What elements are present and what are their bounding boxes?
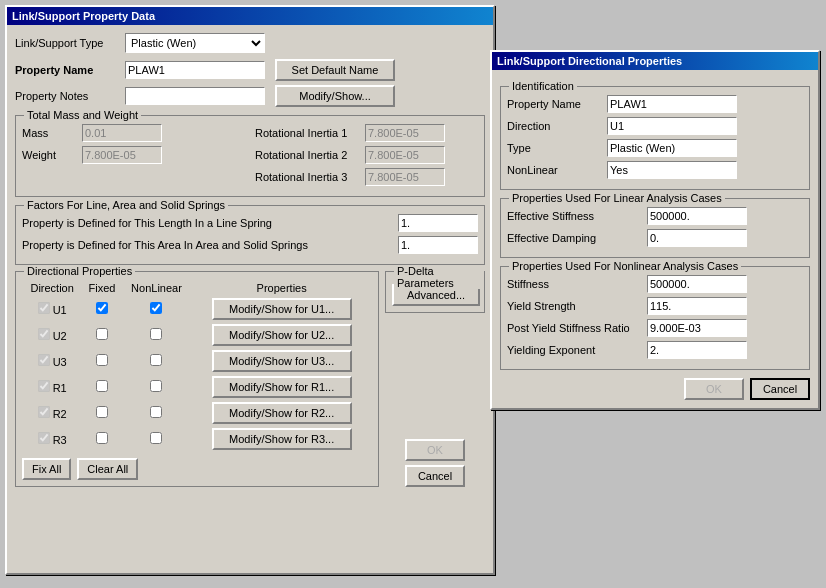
- props-cell: Modify/Show for U1...: [191, 296, 372, 322]
- modify-show-btn-u2[interactable]: Modify/Show for U2...: [212, 324, 352, 346]
- col-properties: Properties: [191, 280, 372, 296]
- dir-title: Link/Support Directional Properties: [497, 55, 682, 67]
- dir-label-r3: R3: [50, 434, 67, 446]
- dir-cell: U3: [22, 348, 82, 374]
- link-type-select[interactable]: Plastic (Wen): [125, 33, 265, 53]
- pdelta-group: P-Delta Parameters Advanced...: [385, 271, 485, 313]
- area-factor-label: Property is Defined for This Area In Are…: [22, 239, 398, 251]
- nonlinear-cell: [122, 322, 192, 348]
- fixed-checkbox-u3[interactable]: [96, 354, 108, 366]
- dir-properties-window: Link/Support Directional Properties Iden…: [490, 50, 820, 410]
- link-type-label: Link/Support Type: [15, 37, 125, 49]
- main-cancel-button[interactable]: Cancel: [405, 465, 465, 487]
- dir-label-r2: R2: [50, 408, 67, 420]
- stiffness-input[interactable]: [647, 275, 747, 293]
- factors-title: Factors For Line, Area and Solid Springs: [24, 199, 228, 211]
- id-nonlinear-input[interactable]: [607, 161, 737, 179]
- nonlinear-checkbox-u2[interactable]: [150, 328, 162, 340]
- eff-damping-input[interactable]: [647, 229, 747, 247]
- nonlinear-checkbox-r1[interactable]: [150, 380, 162, 392]
- set-default-button[interactable]: Set Default Name: [275, 59, 395, 81]
- table-row: R1Modify/Show for R1...: [22, 374, 372, 400]
- property-notes-input[interactable]: [125, 87, 265, 105]
- modify-show-button[interactable]: Modify/Show...: [275, 85, 395, 107]
- dir-label-u3: U3: [50, 356, 67, 368]
- fixed-cell: [82, 296, 121, 322]
- area-factor-input[interactable]: [398, 236, 478, 254]
- mass-input[interactable]: [82, 124, 162, 142]
- fixed-cell: [82, 348, 121, 374]
- nonlinear-cases-group: Properties Used For Nonlinear Analysis C…: [500, 266, 810, 370]
- dir-cell: U2: [22, 322, 82, 348]
- line-factor-label: Property is Defined for This Length In a…: [22, 217, 398, 229]
- table-row: R3Modify/Show for R3...: [22, 426, 372, 452]
- weight-input[interactable]: [82, 146, 162, 164]
- dir-checkbox-r1: [38, 380, 50, 392]
- table-row: U2Modify/Show for U2...: [22, 322, 372, 348]
- props-cell: Modify/Show for R2...: [191, 400, 372, 426]
- pdelta-title: P-Delta Parameters: [394, 265, 484, 289]
- dir-checkbox-u2: [38, 328, 50, 340]
- yielding-exp-input[interactable]: [647, 341, 747, 359]
- rot-inertia1-label: Rotational Inertia 1: [255, 127, 365, 139]
- yield-strength-label: Yield Strength: [507, 300, 647, 312]
- directional-table: Direction Fixed NonLinear Properties U1M…: [22, 280, 372, 452]
- mass-label: Mass: [22, 127, 82, 139]
- yielding-exp-label: Yielding Exponent: [507, 344, 647, 356]
- modify-show-btn-u3[interactable]: Modify/Show for U3...: [212, 350, 352, 372]
- linear-cases-group: Properties Used For Linear Analysis Case…: [500, 198, 810, 258]
- dir-cell: R3: [22, 426, 82, 452]
- dir-cancel-button[interactable]: Cancel: [750, 378, 810, 400]
- dir-title-bar: Link/Support Directional Properties: [492, 52, 818, 70]
- property-name-input[interactable]: [125, 61, 265, 79]
- fixed-checkbox-r2[interactable]: [96, 406, 108, 418]
- property-notes-label: Property Notes: [15, 90, 125, 102]
- line-factor-input[interactable]: [398, 214, 478, 232]
- modify-show-btn-r3[interactable]: Modify/Show for R3...: [212, 428, 352, 450]
- yield-strength-input[interactable]: [647, 297, 747, 315]
- fixed-checkbox-u2[interactable]: [96, 328, 108, 340]
- mass-weight-group: Total Mass and Weight Mass Weight Rotati…: [15, 115, 485, 197]
- modify-show-btn-r2[interactable]: Modify/Show for R2...: [212, 402, 352, 424]
- fixed-checkbox-r3[interactable]: [96, 432, 108, 444]
- rot-inertia1-input[interactable]: [365, 124, 445, 142]
- nonlinear-checkbox-r3[interactable]: [150, 432, 162, 444]
- id-propname-input[interactable]: [607, 95, 737, 113]
- fixed-cell: [82, 400, 121, 426]
- nonlinear-checkbox-u3[interactable]: [150, 354, 162, 366]
- dir-ok-button[interactable]: OK: [684, 378, 744, 400]
- nonlinear-cell: [122, 348, 192, 374]
- col-direction: Direction: [22, 280, 82, 296]
- id-nonlinear-label: NonLinear: [507, 164, 607, 176]
- weight-label: Weight: [22, 149, 82, 161]
- eff-damping-label: Effective Damping: [507, 232, 647, 244]
- modify-show-btn-u1[interactable]: Modify/Show for U1...: [212, 298, 352, 320]
- clear-all-button[interactable]: Clear All: [77, 458, 138, 480]
- nonlinear-cell: [122, 400, 192, 426]
- rot-inertia2-input[interactable]: [365, 146, 445, 164]
- nonlinear-checkbox-r2[interactable]: [150, 406, 162, 418]
- eff-stiffness-label: Effective Stiffness: [507, 210, 647, 222]
- col-nonlinear: NonLinear: [122, 280, 192, 296]
- main-ok-button[interactable]: OK: [405, 439, 465, 461]
- fixed-checkbox-r1[interactable]: [96, 380, 108, 392]
- linear-cases-title: Properties Used For Linear Analysis Case…: [509, 192, 725, 204]
- dir-checkbox-r3: [38, 432, 50, 444]
- modify-show-btn-r1[interactable]: Modify/Show for R1...: [212, 376, 352, 398]
- nonlinear-checkbox-u1[interactable]: [150, 302, 162, 314]
- identification-group: Identification Property Name Direction T…: [500, 86, 810, 190]
- id-type-input[interactable]: [607, 139, 737, 157]
- post-yield-input[interactable]: [647, 319, 747, 337]
- dir-checkbox-u1: [38, 302, 50, 314]
- table-row: U3Modify/Show for U3...: [22, 348, 372, 374]
- id-direction-label: Direction: [507, 120, 607, 132]
- id-direction-input[interactable]: [607, 117, 737, 135]
- table-row: U1Modify/Show for U1...: [22, 296, 372, 322]
- fixed-checkbox-u1[interactable]: [96, 302, 108, 314]
- directional-props-group: Directional Properties Direction Fixed N…: [15, 271, 379, 487]
- fixed-cell: [82, 426, 121, 452]
- rot-inertia3-input[interactable]: [365, 168, 445, 186]
- eff-stiffness-input[interactable]: [647, 207, 747, 225]
- id-type-label: Type: [507, 142, 607, 154]
- fix-all-button[interactable]: Fix All: [22, 458, 71, 480]
